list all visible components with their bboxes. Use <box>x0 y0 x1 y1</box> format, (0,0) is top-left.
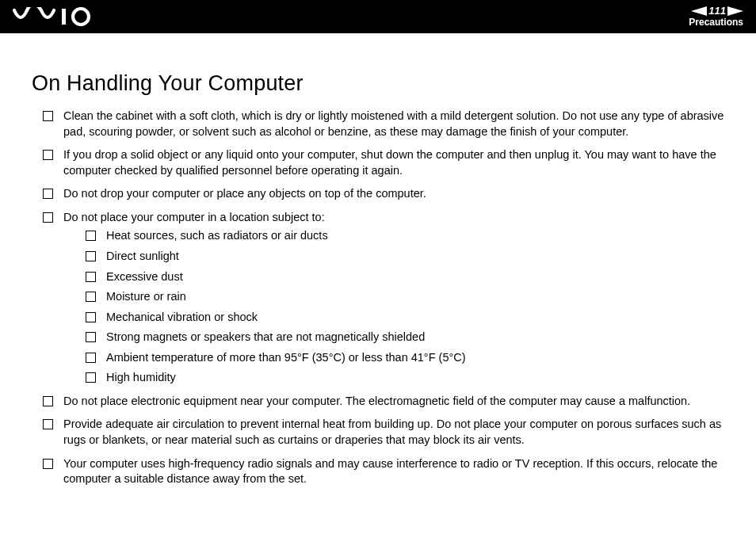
list-item: High humidity <box>86 370 724 386</box>
list-item: Ambient temperature of more than 95°F (3… <box>86 350 724 366</box>
list-item: Excessive dust <box>86 269 724 285</box>
page-title: On Handling Your Computer <box>32 71 724 96</box>
list-item-text: Direct sunlight <box>106 250 179 262</box>
list-item: Moisture or rain <box>86 289 724 305</box>
list-item: Do not place electronic equipment near y… <box>43 394 724 410</box>
vaio-logo <box>13 7 100 26</box>
prev-page-arrow-icon[interactable] <box>691 6 707 16</box>
list-item: Direct sunlight <box>86 249 724 265</box>
list-item-text: If you drop a solid object or any liquid… <box>63 148 716 177</box>
list-item: Clean the cabinet with a soft cloth, whi… <box>43 109 724 139</box>
list-item: Strong magnets or speakers that are not … <box>86 330 724 345</box>
list-item: Mechanical vibration or shock <box>86 310 724 326</box>
list-item: Heat sources, such as radiators or air d… <box>86 228 724 244</box>
svg-rect-0 <box>62 9 66 25</box>
page-content: On Handling Your Computer Clean the cabi… <box>0 33 756 511</box>
list-item-text: Provide adequate air circulation to prev… <box>63 418 721 446</box>
svg-marker-3 <box>727 6 743 16</box>
list-item-text: High humidity <box>106 371 176 383</box>
list-item: Your computer uses high-frequency radio … <box>43 456 724 487</box>
list-item-text: Strong magnets or speakers that are not … <box>106 330 425 343</box>
sub-list: Heat sources, such as radiators or air d… <box>63 228 724 386</box>
page-number: 111 <box>707 6 727 16</box>
svg-marker-2 <box>691 6 707 16</box>
list-item: Do not place your computer in a location… <box>43 210 724 386</box>
list-item-text: Ambient temperature of more than 95°F (3… <box>106 351 466 364</box>
list-item-text: Your computer uses high-frequency radio … <box>63 457 717 486</box>
list-item-text: Clean the cabinet with a soft cloth, whi… <box>63 109 724 138</box>
header-bar: 111 Precautions <box>0 0 756 33</box>
header-right: 111 Precautions <box>689 6 743 28</box>
list-item: Do not drop your computer or place any o… <box>43 186 724 202</box>
list-item-text: Moisture or rain <box>106 290 186 303</box>
list-item-text: Heat sources, such as radiators or air d… <box>106 229 328 242</box>
page-navigation: 111 <box>691 6 743 16</box>
list-item-text: Do not drop your computer or place any o… <box>63 187 426 200</box>
list-item-text: Mechanical vibration or shock <box>106 311 258 323</box>
list-item-text: Do not place your computer in a location… <box>63 211 325 223</box>
section-label: Precautions <box>689 17 743 28</box>
list-item: If you drop a solid object or any liquid… <box>43 147 724 178</box>
list-item-text: Do not place electronic equipment near y… <box>63 395 690 407</box>
list-item: Provide adequate air circulation to prev… <box>43 417 724 448</box>
list-item-text: Excessive dust <box>106 270 183 283</box>
precautions-list: Clean the cabinet with a soft cloth, whi… <box>32 109 724 487</box>
next-page-arrow-icon[interactable] <box>727 6 743 16</box>
svg-point-1 <box>73 9 89 25</box>
